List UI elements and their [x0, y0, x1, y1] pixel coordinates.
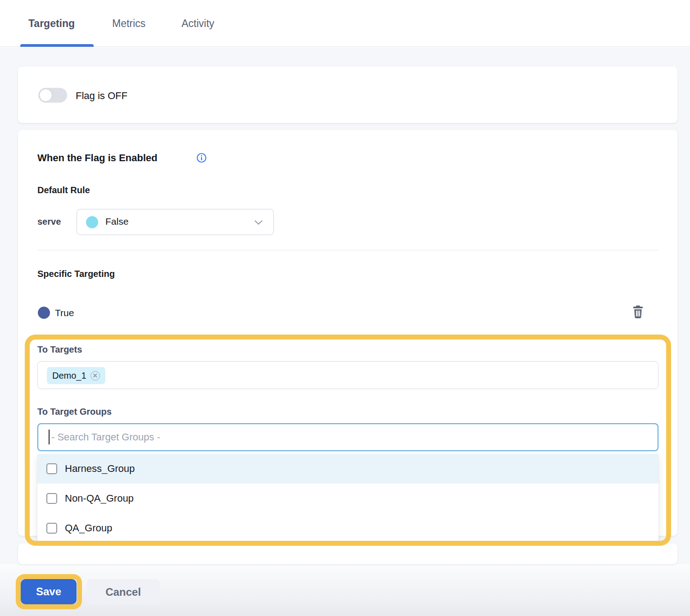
delete-rule-button[interactable]	[632, 305, 645, 319]
save-button[interactable]: Save	[21, 579, 77, 604]
to-targets-label: To Targets	[37, 344, 82, 355]
default-rule-heading: Default Rule	[37, 185, 90, 195]
trash-icon	[632, 305, 644, 319]
variation-color-dot	[38, 307, 50, 319]
target-chip-name: Demo_1	[52, 371, 86, 381]
text-cursor	[49, 430, 50, 444]
target-groups-search-input[interactable]	[37, 423, 658, 451]
flag-toggle[interactable]	[38, 88, 67, 103]
tab-metrics[interactable]: Metrics	[112, 18, 145, 30]
info-icon[interactable]	[196, 153, 207, 163]
targeting-rules-card: When the Flag is Enabled Default Rule se…	[18, 130, 677, 536]
feature-flag-targeting-page: Targeting Metrics Activity Flag is OFF W…	[0, 0, 690, 616]
remove-target-icon[interactable]: ✕	[91, 371, 100, 380]
target-groups-search	[37, 423, 658, 451]
selected-variation-value: False	[105, 216, 128, 227]
cancel-button[interactable]: Cancel	[86, 579, 160, 605]
toggle-knob-icon	[39, 89, 52, 102]
when-flag-enabled-title: When the Flag is Enabled	[37, 152, 157, 164]
next-section-card	[18, 544, 677, 564]
to-target-groups-label: To Target Groups	[37, 407, 112, 417]
default-rule-variation-select[interactable]: False	[77, 209, 274, 235]
group-option-harness-group[interactable]: Harness_Group	[37, 454, 658, 484]
tab-bar: Targeting Metrics Activity	[0, 0, 690, 47]
variation-color-dot	[86, 216, 98, 228]
active-tab-indicator	[20, 44, 94, 47]
checkbox-icon[interactable]	[46, 463, 57, 474]
target-groups-dropdown: Harness_Group Non-QA_Group QA_Group	[37, 454, 658, 543]
group-option-label: Harness_Group	[65, 463, 135, 475]
group-option-label: Non-QA_Group	[65, 493, 134, 504]
chevron-down-icon	[254, 220, 263, 225]
checkbox-icon[interactable]	[46, 493, 57, 504]
checkbox-icon[interactable]	[46, 523, 57, 534]
serve-label: serve	[37, 217, 61, 227]
flag-status-label: Flag is OFF	[76, 90, 127, 102]
target-chip: Demo_1 ✕	[47, 367, 105, 384]
tab-activity[interactable]: Activity	[182, 18, 214, 30]
section-divider	[37, 250, 658, 250]
specific-targeting-variation: True	[55, 308, 74, 318]
group-option-label: QA_Group	[65, 522, 112, 534]
flag-status-card: Flag is OFF	[18, 67, 677, 123]
tab-targeting[interactable]: Targeting	[28, 18, 75, 30]
specific-targeting-heading: Specific Targeting	[37, 269, 115, 279]
group-option-qa-group[interactable]: QA_Group	[37, 513, 658, 543]
group-option-non-qa-group[interactable]: Non-QA_Group	[37, 484, 658, 513]
targets-input[interactable]: Demo_1 ✕	[37, 361, 658, 389]
